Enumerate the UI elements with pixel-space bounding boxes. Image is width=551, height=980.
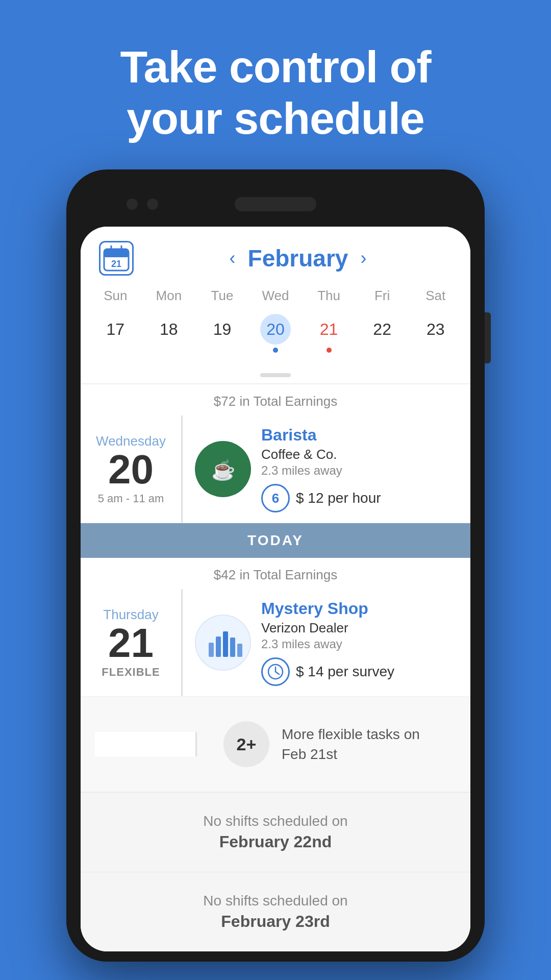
prev-month-button[interactable]: ‹ bbox=[230, 248, 236, 269]
svg-rect-11 bbox=[237, 644, 242, 657]
no-shifts-23-line2: February 23rd bbox=[93, 912, 458, 931]
date-17[interactable]: 17 bbox=[89, 308, 142, 359]
wed-earnings-label: $72 in Total Earnings bbox=[81, 384, 470, 415]
thu-rate-text: $ 14 per survey bbox=[296, 664, 394, 680]
svg-rect-8 bbox=[216, 636, 221, 657]
rate-num-circle: 6 bbox=[261, 484, 290, 512]
wed-rate-text: $ 12 per hour bbox=[296, 490, 381, 506]
day-header-wed: Wed bbox=[249, 284, 303, 308]
thu-details-col: Mystery Shop Verizon Dealer 2.3 miles aw… bbox=[183, 589, 470, 696]
day-header-tue: Tue bbox=[195, 284, 249, 308]
month-nav: ‹ February › bbox=[144, 244, 452, 272]
thu-shift-info: Mystery Shop Verizon Dealer 2.3 miles aw… bbox=[261, 599, 458, 686]
dot-21 bbox=[327, 348, 332, 353]
scroll-pill bbox=[260, 373, 291, 377]
scroll-indicator bbox=[81, 369, 470, 383]
wed-job-title: Barista bbox=[261, 426, 458, 445]
day-header-sat: Sat bbox=[409, 284, 462, 308]
date-21[interactable]: 21 bbox=[302, 308, 356, 359]
app-content: 21 ‹ February › Sun Mon Tue Wed Thu Fri … bbox=[81, 227, 470, 951]
hero-line1: Take control of bbox=[120, 41, 431, 92]
dates-row: 17 18 19 20 21 bbox=[81, 308, 470, 369]
thu-flexible: FLEXIBLE bbox=[102, 666, 160, 679]
camera-left bbox=[127, 199, 138, 210]
barista-icon-circle: ☕ bbox=[195, 441, 251, 497]
side-button bbox=[485, 312, 491, 363]
wed-time: 5 am - 11 am bbox=[98, 492, 164, 505]
phone-screen: 21 ‹ February › Sun Mon Tue Wed Thu Fri … bbox=[81, 227, 470, 951]
wednesday-shift-card[interactable]: Wednesday 20 5 am - 11 am ☕ Barista Coff… bbox=[81, 415, 470, 523]
mystery-shop-icon-circle bbox=[195, 615, 251, 671]
camera-right bbox=[147, 199, 158, 210]
no-shifts-23-line1: No shifts scheduled on bbox=[93, 893, 458, 909]
more-tasks-content: 2+ More flexible tasks on Feb 21st bbox=[209, 709, 456, 779]
more-tasks-date-spacer bbox=[95, 732, 197, 756]
thu-rate: $ 14 per survey bbox=[261, 657, 458, 686]
phone-notch bbox=[81, 184, 470, 225]
speaker bbox=[235, 197, 316, 211]
date-23[interactable]: 23 bbox=[409, 308, 462, 359]
svg-rect-1 bbox=[104, 249, 129, 257]
date-19[interactable]: 19 bbox=[195, 308, 249, 359]
thursday-shift-card[interactable]: Thursday 21 FLEXIBLE bbox=[81, 589, 470, 697]
hero-line2: your schedule bbox=[127, 93, 424, 143]
days-header: Sun Mon Tue Wed Thu Fri Sat bbox=[81, 284, 470, 308]
clock-icon-circle bbox=[261, 657, 290, 686]
svg-text:☕: ☕ bbox=[211, 458, 236, 482]
wed-day-num: 20 bbox=[108, 449, 154, 490]
wed-distance: 2.3 miles away bbox=[261, 463, 458, 478]
thu-job-title: Mystery Shop bbox=[261, 599, 458, 618]
date-22[interactable]: 22 bbox=[356, 308, 409, 359]
wed-details-col: ☕ Barista Coffee & Co. 2.3 miles away 6 … bbox=[183, 415, 470, 523]
svg-text:21: 21 bbox=[111, 259, 121, 269]
day-header-thu: Thu bbox=[302, 284, 356, 308]
thu-distance: 2.3 miles away bbox=[261, 637, 458, 651]
day-header-sun: Sun bbox=[89, 284, 142, 308]
thu-date-col: Thursday 21 FLEXIBLE bbox=[81, 589, 183, 696]
svg-line-14 bbox=[276, 672, 279, 674]
phone-frame: 21 ‹ February › Sun Mon Tue Wed Thu Fri … bbox=[66, 169, 485, 962]
date-18[interactable]: 18 bbox=[142, 308, 196, 359]
calendar-header: 21 ‹ February › bbox=[81, 227, 470, 284]
no-shifts-23: No shifts scheduled on February 23rd bbox=[81, 872, 470, 951]
day-header-mon: Mon bbox=[142, 284, 196, 308]
hero-heading: Take control of your schedule bbox=[89, 0, 461, 169]
thu-company: Verizon Dealer bbox=[261, 620, 458, 636]
month-title: February bbox=[248, 244, 348, 272]
dot-20 bbox=[273, 348, 278, 353]
svg-rect-7 bbox=[209, 643, 214, 657]
wed-rate: 6 $ 12 per hour bbox=[261, 484, 458, 512]
today-banner: TODAY bbox=[81, 523, 470, 558]
more-tasks-count: 2+ bbox=[223, 721, 269, 767]
no-shifts-22-line1: No shifts scheduled on bbox=[93, 813, 458, 829]
more-tasks-card[interactable]: 2+ More flexible tasks on Feb 21st bbox=[81, 697, 470, 792]
date-20[interactable]: 20 bbox=[249, 308, 303, 359]
wed-company: Coffee & Co. bbox=[261, 447, 458, 462]
more-tasks-text: More flexible tasks on Feb 21st bbox=[282, 724, 420, 764]
day-header-fri: Fri bbox=[356, 284, 409, 308]
next-month-button[interactable]: › bbox=[360, 248, 366, 269]
wed-date-col: Wednesday 20 5 am - 11 am bbox=[81, 415, 183, 523]
wed-shift-info: Barista Coffee & Co. 2.3 miles away 6 $ … bbox=[261, 426, 458, 512]
svg-rect-9 bbox=[223, 631, 228, 657]
thu-earnings-label: $42 in Total Earnings bbox=[81, 558, 470, 589]
calendar-icon: 21 bbox=[99, 241, 134, 276]
no-shifts-22: No shifts scheduled on February 22nd bbox=[81, 792, 470, 872]
svg-rect-10 bbox=[230, 638, 235, 657]
thu-day-num: 21 bbox=[108, 623, 154, 664]
no-shifts-22-line2: February 22nd bbox=[93, 832, 458, 851]
